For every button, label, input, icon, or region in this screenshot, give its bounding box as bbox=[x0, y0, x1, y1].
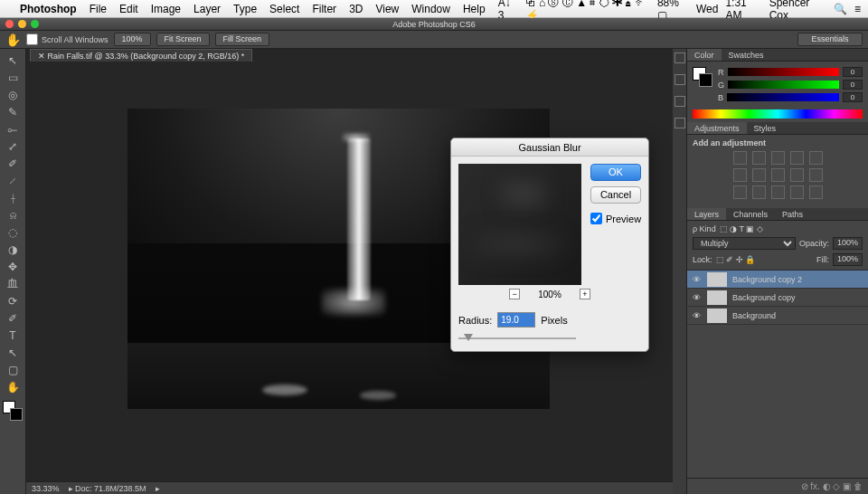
app-menu[interactable]: Photoshop bbox=[20, 3, 77, 15]
fit-screen-button[interactable]: Fit Screen bbox=[156, 33, 210, 46]
fill-value[interactable]: 100% bbox=[833, 253, 863, 266]
radius-input[interactable] bbox=[497, 312, 535, 328]
type-tool[interactable]: ✐ bbox=[3, 309, 24, 327]
hand-tool[interactable]: ▢ bbox=[3, 361, 24, 378]
visibility-icon[interactable]: 👁 bbox=[691, 311, 702, 320]
layer-name[interactable]: Background copy bbox=[732, 293, 796, 302]
tab-color[interactable]: Color bbox=[687, 49, 722, 61]
tab-styles[interactable]: Styles bbox=[747, 122, 784, 134]
path-select-tool[interactable]: T bbox=[3, 327, 24, 344]
eraser-tool[interactable]: ◌ bbox=[3, 223, 24, 241]
minimize-window-icon[interactable] bbox=[18, 20, 26, 28]
b-value[interactable]: 0 bbox=[843, 92, 863, 102]
zoom-100-button[interactable]: 100% bbox=[114, 33, 151, 46]
adj-threshold-icon[interactable] bbox=[771, 185, 785, 199]
g-value[interactable]: 0 bbox=[843, 80, 863, 90]
adj-gradient-map-icon[interactable] bbox=[790, 185, 804, 199]
pen-tool[interactable]: ⟳ bbox=[3, 292, 24, 309]
layer-row[interactable]: 👁Background copy bbox=[687, 289, 868, 307]
layer-row[interactable]: 👁Background bbox=[687, 307, 868, 325]
adj-brightness-icon[interactable] bbox=[733, 151, 747, 165]
zoom-window-icon[interactable] bbox=[31, 20, 39, 28]
shape-tool[interactable]: ↖ bbox=[3, 344, 24, 361]
tab-swatches[interactable]: Swatches bbox=[722, 49, 771, 61]
preview-checkbox[interactable]: Preview bbox=[590, 213, 641, 224]
tab-layers[interactable]: Layers bbox=[687, 208, 726, 220]
3d-menu[interactable]: 3D bbox=[349, 3, 363, 15]
scroll-all-checkbox[interactable]: Scroll All Windows bbox=[26, 33, 108, 45]
r-value[interactable]: 0 bbox=[843, 67, 863, 77]
stamp-tool[interactable]: ⟊ bbox=[3, 189, 24, 206]
adj-posterize-icon[interactable] bbox=[752, 185, 766, 199]
g-slider[interactable] bbox=[728, 81, 839, 89]
quick-select-tool[interactable]: ✎ bbox=[3, 103, 24, 120]
window-menu[interactable]: Window bbox=[411, 3, 450, 15]
properties-panel-icon[interactable] bbox=[675, 96, 685, 107]
fill-screen-button[interactable]: Fill Screen bbox=[215, 33, 270, 46]
adj-hue-icon[interactable] bbox=[733, 168, 747, 182]
blend-mode-select[interactable]: Multiply bbox=[693, 237, 796, 250]
adj-channel-mixer-icon[interactable] bbox=[790, 168, 804, 182]
status-zoom[interactable]: 33.33% bbox=[32, 484, 60, 493]
adj-levels-icon[interactable] bbox=[752, 151, 766, 165]
visibility-icon[interactable]: 👁 bbox=[691, 275, 702, 284]
history-brush-tool[interactable]: ⍾ bbox=[3, 206, 24, 223]
color-fg-bg[interactable] bbox=[693, 67, 712, 87]
zoom-tool[interactable]: ✋ bbox=[3, 378, 24, 395]
adj-exposure-icon[interactable] bbox=[790, 151, 804, 165]
file-menu[interactable]: File bbox=[90, 3, 107, 15]
close-window-icon[interactable] bbox=[5, 20, 14, 28]
tab-adjustments[interactable]: Adjustments bbox=[687, 122, 747, 134]
healing-tool[interactable]: ✐ bbox=[3, 155, 24, 172]
adj-vibrance-icon[interactable] bbox=[809, 151, 823, 165]
b-slider[interactable] bbox=[727, 93, 839, 101]
actions-panel-icon[interactable] bbox=[675, 74, 685, 85]
layer-name[interactable]: Background bbox=[732, 311, 776, 320]
brush-tool[interactable]: ⟋ bbox=[3, 172, 24, 189]
crop-tool[interactable]: ⟜ bbox=[3, 120, 24, 138]
fg-bg-swatch[interactable] bbox=[3, 401, 23, 421]
adj-curves-icon[interactable] bbox=[771, 151, 785, 165]
zoom-in-button[interactable]: + bbox=[580, 289, 590, 299]
adj-bw-icon[interactable] bbox=[752, 168, 766, 182]
dodge-tool[interactable]: ⾎ bbox=[3, 275, 24, 292]
image-menu[interactable]: Image bbox=[151, 3, 181, 15]
move-tool[interactable]: ↖ bbox=[3, 52, 24, 69]
opacity-value[interactable]: 100% bbox=[833, 237, 863, 250]
adj-invert-icon[interactable] bbox=[733, 185, 747, 199]
filter-preview[interactable] bbox=[458, 164, 581, 285]
radius-slider[interactable] bbox=[458, 333, 576, 344]
history-panel-icon[interactable] bbox=[675, 52, 685, 63]
workspace-switcher[interactable]: Essentials bbox=[797, 33, 863, 46]
filter-menu[interactable]: Filter bbox=[312, 3, 336, 15]
tab-channels[interactable]: Channels bbox=[726, 208, 775, 220]
notification-icon[interactable]: ≡ bbox=[854, 3, 861, 15]
clock-day[interactable]: Wed bbox=[696, 3, 718, 15]
layer-menu[interactable]: Layer bbox=[193, 3, 221, 15]
view-menu[interactable]: View bbox=[375, 3, 399, 15]
select-menu[interactable]: Select bbox=[269, 3, 299, 15]
edit-menu[interactable]: Edit bbox=[119, 3, 138, 15]
tab-paths[interactable]: Paths bbox=[775, 208, 810, 220]
cancel-button[interactable]: Cancel bbox=[590, 186, 641, 204]
gradient-tool[interactable]: ◑ bbox=[3, 241, 24, 258]
document-tab[interactable]: ✕ Rain Falls.tif @ 33.3% (Background cop… bbox=[30, 49, 252, 62]
eyedropper-tool[interactable]: ⤢ bbox=[3, 138, 24, 155]
layers-footer[interactable]: ⊘ fx. ◐ ◇ ▣ 🗑 bbox=[687, 478, 868, 494]
marquee-tool[interactable]: ▭ bbox=[3, 69, 24, 86]
layer-row[interactable]: 👁Background copy 2 bbox=[687, 271, 868, 289]
adj-selective-color-icon[interactable] bbox=[809, 185, 823, 199]
r-slider[interactable] bbox=[728, 68, 840, 76]
info-panel-icon[interactable] bbox=[675, 118, 685, 128]
layer-name[interactable]: Background copy 2 bbox=[732, 275, 802, 284]
zoom-out-button[interactable]: − bbox=[509, 289, 520, 299]
color-spectrum[interactable] bbox=[693, 109, 863, 119]
lasso-tool[interactable]: ◎ bbox=[3, 86, 24, 103]
help-menu[interactable]: Help bbox=[463, 3, 486, 15]
blur-tool[interactable]: ✥ bbox=[3, 258, 24, 275]
type-menu[interactable]: Type bbox=[233, 3, 257, 15]
spotlight-icon[interactable]: 🔍 bbox=[834, 3, 847, 15]
visibility-icon[interactable]: 👁 bbox=[691, 293, 702, 302]
adj-color-lookup-icon[interactable] bbox=[809, 168, 823, 182]
ok-button[interactable]: OK bbox=[590, 164, 641, 181]
